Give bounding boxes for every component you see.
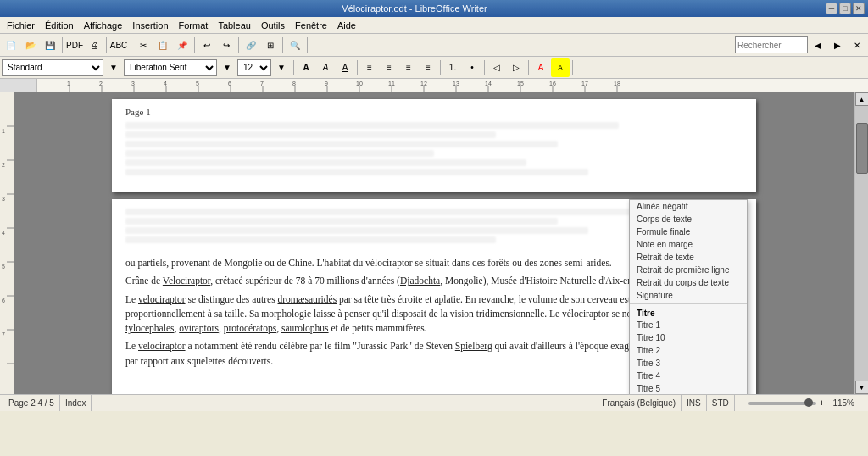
align-center-button[interactable]: ≡ [380, 58, 398, 77]
ruler: 1 2 3 4 5 6 7 8 9 10 11 12 13 1 [0, 79, 868, 92]
dropdown-item-retrait-corps[interactable]: Retrait du corps de texte [630, 276, 747, 289]
dropdown-item-retrait-premiere[interactable]: Retrait de première ligne [630, 264, 747, 276]
svg-text:4: 4 [2, 230, 5, 236]
menu-insertion[interactable]: Insertion [127, 19, 173, 32]
menu-bar: Fichier Édition Affichage Insertion Form… [0, 17, 868, 34]
menu-affichage[interactable]: Affichage [79, 19, 128, 32]
menu-edition[interactable]: Édition [40, 19, 79, 32]
pdf-button[interactable]: PDF [65, 36, 84, 54]
fmt-sep-4 [484, 60, 485, 75]
align-justify-button[interactable]: ≡ [419, 58, 437, 77]
close-button[interactable]: ✕ [853, 3, 865, 14]
menu-aide[interactable]: Aide [332, 19, 361, 32]
align-right-button[interactable]: ≡ [399, 58, 418, 77]
page-1-content: Page 1 [112, 99, 756, 185]
find-button[interactable]: 🔍 [286, 36, 304, 54]
search-input[interactable] [737, 41, 805, 50]
scrollbar-track[interactable] [855, 106, 869, 381]
svg-text:6: 6 [2, 298, 5, 303]
scrollbar-thumb[interactable] [856, 123, 868, 174]
style-selector[interactable]: Standard [2, 59, 103, 76]
align-left-button[interactable]: ≡ [360, 58, 379, 77]
zoom-in-icon[interactable]: + [820, 398, 825, 408]
menu-outils[interactable]: Outils [256, 19, 290, 32]
zoom-out-icon[interactable]: − [740, 398, 745, 408]
font-selector[interactable]: Liberation Serif [124, 59, 217, 76]
toolbar-separator-3 [131, 37, 131, 53]
copy-button[interactable]: 📋 [153, 36, 172, 54]
svg-text:5: 5 [196, 81, 199, 86]
svg-text:15: 15 [517, 81, 524, 86]
spell-button[interactable]: ABC [109, 36, 128, 54]
search-box[interactable] [735, 36, 808, 53]
dropdown-item-titre4[interactable]: Titre 4 [630, 370, 747, 382]
bullets-button[interactable]: • [463, 58, 481, 77]
search-close-button[interactable]: ✕ [848, 36, 866, 54]
svg-text:1: 1 [2, 128, 5, 134]
numbering-button[interactable]: 1. [443, 58, 462, 77]
size-dropdown-btn[interactable]: ▼ [272, 58, 291, 77]
menu-fichier[interactable]: Fichier [2, 19, 40, 32]
svg-text:13: 13 [453, 81, 459, 86]
table-button[interactable]: ⊞ [261, 36, 280, 54]
document-workspace: 1 2 3 4 5 6 7 Page 1 [0, 92, 868, 394]
menu-fenetre[interactable]: Fenêtre [290, 19, 332, 32]
zoom-thumb[interactable] [804, 398, 813, 407]
document-area: Page 1 [14, 92, 854, 394]
zoom-area: − + 115% [735, 398, 865, 408]
indent-more-button[interactable]: ▷ [507, 58, 526, 77]
scroll-up-button[interactable]: ▲ [855, 92, 869, 106]
vertical-ruler: 1 2 3 4 5 6 7 [0, 92, 14, 394]
print-button[interactable]: 🖨 [85, 36, 103, 54]
italic-button[interactable]: A [316, 58, 335, 77]
dropdown-item-titre5[interactable]: Titre 5 [630, 382, 747, 394]
dropdown-item-signature[interactable]: Signature [630, 289, 747, 302]
dropdown-item-titre10[interactable]: Titre 10 [630, 331, 747, 344]
new-button[interactable]: 📄 [2, 36, 20, 54]
dropdown-item-titre3[interactable]: Titre 3 [630, 357, 747, 370]
svg-text:3: 3 [2, 196, 5, 202]
redo-button[interactable]: ↪ [217, 36, 236, 54]
cut-button[interactable]: ✂ [134, 36, 153, 54]
highlight-button[interactable]: A [551, 58, 570, 77]
dropdown-item-titre1[interactable]: Titre 1 [630, 319, 747, 331]
svg-text:18: 18 [614, 81, 620, 86]
dropdown-item-note[interactable]: Note en marge [630, 238, 747, 251]
dropdown-item-retrait-texte[interactable]: Retrait de texte [630, 251, 747, 264]
style-dropdown-menu[interactable]: Alinéa négatif Corps de texte Formule fi… [629, 199, 748, 394]
font-dropdown-btn[interactable]: ▼ [218, 58, 236, 77]
dropdown-item-alinea[interactable]: Alinéa négatif [630, 200, 747, 213]
svg-rect-37 [0, 92, 14, 394]
page-info: Page 2 4 / 5 [3, 395, 60, 411]
maximize-button[interactable]: □ [839, 3, 851, 14]
underline-button[interactable]: A [336, 58, 354, 77]
bold-button[interactable]: A [297, 58, 315, 77]
svg-text:1: 1 [67, 81, 70, 86]
dropdown-item-titre2[interactable]: Titre 2 [630, 344, 747, 357]
style-dropdown-btn[interactable]: ▼ [104, 58, 123, 77]
search-next-button[interactable]: ▶ [828, 36, 847, 54]
menu-tableau[interactable]: Tableau [213, 19, 256, 32]
dropdown-item-formule[interactable]: Formule finale [630, 225, 747, 238]
indent-less-button[interactable]: ◁ [487, 58, 506, 77]
menu-format[interactable]: Format [174, 19, 214, 32]
status-bar: Page 2 4 / 5 Index Français (Belgique) I… [0, 394, 868, 411]
open-button[interactable]: 📂 [21, 36, 40, 54]
vertical-scrollbar[interactable]: ▲ ▼ [854, 92, 868, 394]
dropdown-item-corps[interactable]: Corps de texte [630, 213, 747, 225]
scroll-down-button[interactable]: ▼ [855, 381, 869, 394]
svg-text:4: 4 [164, 81, 167, 86]
size-selector[interactable]: 12 [237, 59, 271, 76]
hyperlink-button[interactable]: 🔗 [242, 36, 260, 54]
main-toolbar: 📄 📂 💾 PDF 🖨 ABC ✂ 📋 📌 ↩ ↪ 🔗 ⊞ 🔍 ◀ ▶ ✕ [0, 34, 868, 57]
paste-button[interactable]: 📌 [173, 36, 192, 54]
minimize-button[interactable]: ─ [826, 3, 837, 14]
save-button[interactable]: 💾 [41, 36, 59, 54]
font-color-button[interactable]: A [531, 58, 550, 77]
toolbar-separator-5 [238, 37, 239, 53]
zoom-slider[interactable] [748, 402, 816, 405]
search-prev-button[interactable]: ◀ [809, 36, 827, 54]
undo-button[interactable]: ↩ [198, 36, 216, 54]
toolbar-separator-7 [307, 37, 308, 53]
title-bar: Vélociraptor.odt - LibreOffice Writer ─ … [0, 0, 868, 17]
